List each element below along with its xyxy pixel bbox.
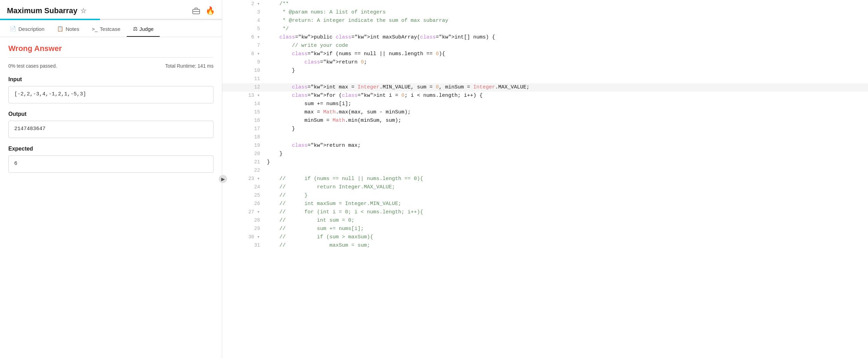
line-number: 16 xyxy=(222,117,264,125)
code-line-content: // } xyxy=(264,191,868,200)
output-label: Output xyxy=(8,111,214,117)
table-row: 31 // maxSum = sum; xyxy=(222,241,868,250)
test-cases-info: 0% test cases passed. Total Runtime: 141… xyxy=(8,63,214,69)
table-row: 6 ▾ class="kw">public class="kw">int max… xyxy=(222,33,868,42)
code-line-content: minSum = Math.min(minSum, sum); xyxy=(264,117,868,125)
testcase-icon: >_ xyxy=(92,26,98,32)
code-line-content: // if (sum > maxSum){ xyxy=(264,233,868,241)
table-row: 15 max = Math.max(max, sum - minSum); xyxy=(222,108,868,117)
tab-testcase-label: Testcase xyxy=(100,26,120,32)
test-cases-passed: 0% test cases passed. xyxy=(8,63,57,69)
code-line-content: // int sum = 0; xyxy=(264,216,868,225)
line-number: 27 ▾ xyxy=(222,208,264,216)
code-line-content: sum += nums[i]; xyxy=(264,100,868,108)
table-row: 18 xyxy=(222,133,868,142)
table-row: 23 ▾ // if (nums == null || nums.length … xyxy=(222,175,868,183)
judge-icon: ⚖ xyxy=(133,26,137,32)
table-row: 26 // int maxSum = Integer.MIN_VALUE; xyxy=(222,200,868,208)
tab-description[interactable]: 📄 Description xyxy=(3,22,51,37)
tab-testcase[interactable]: >_ Testcase xyxy=(85,22,126,37)
table-row: 20 } xyxy=(222,150,868,158)
line-number: 25 xyxy=(222,191,264,200)
code-line-content: class="kw">int max = Integer.MIN_VALUE, … xyxy=(264,83,868,92)
code-line-content xyxy=(264,75,868,83)
line-number: 10 xyxy=(222,67,264,75)
problem-title: Maximum Subarray ☆ xyxy=(7,6,86,15)
briefcase-icon[interactable] xyxy=(192,7,201,15)
code-line-content xyxy=(264,167,868,175)
progress-bar-container xyxy=(0,19,222,20)
line-number: 26 xyxy=(222,200,264,208)
line-number: 24 xyxy=(222,183,264,191)
line-number: 31 xyxy=(222,241,264,250)
code-line-content: /** xyxy=(264,0,868,8)
line-number: 9 xyxy=(222,58,264,67)
line-number: 19 xyxy=(222,142,264,150)
code-line-content: class="kw">public class="kw">int maxSubA… xyxy=(264,33,868,42)
line-number: 23 ▾ xyxy=(222,175,264,183)
table-row: 7 // write your code xyxy=(222,42,868,50)
code-line-content: } xyxy=(264,125,868,133)
code-line-content: class="kw">return max; xyxy=(264,142,868,150)
panel-collapse-arrow[interactable]: ▶ xyxy=(219,175,227,183)
line-number: 17 xyxy=(222,125,264,133)
code-line-content: } xyxy=(264,150,868,158)
line-number: 4 xyxy=(222,17,264,25)
code-editor[interactable]: 2 ▾ /**3 * @param nums: A list of intege… xyxy=(222,0,868,358)
expected-label: Expected xyxy=(8,146,214,152)
table-row: 13 ▾ class="kw">for (class="kw">int i = … xyxy=(222,92,868,100)
code-line-content: // if (nums == null || nums.length == 0)… xyxy=(264,175,868,183)
table-row: 27 ▾ // for (int i = 0; i < nums.length;… xyxy=(222,208,868,216)
tab-notes[interactable]: 📋 Notes xyxy=(51,22,85,37)
line-number: 15 xyxy=(222,108,264,117)
table-row: 2 ▾ /** xyxy=(222,0,868,8)
table-row: 14 sum += nums[i]; xyxy=(222,100,868,108)
tab-judge[interactable]: ⚖ Judge xyxy=(127,22,160,37)
table-row: 28 // int sum = 0; xyxy=(222,216,868,225)
line-number: 21 xyxy=(222,158,264,167)
line-number: 20 xyxy=(222,150,264,158)
code-line-content: // int maxSum = Integer.MIN_VALUE; xyxy=(264,200,868,208)
table-row: 11 xyxy=(222,75,868,83)
code-line-content: } xyxy=(264,158,868,167)
code-line-content: } xyxy=(264,67,868,75)
description-icon: 📄 xyxy=(10,26,16,32)
line-number: 28 xyxy=(222,216,264,225)
table-row: 9 class="kw">return 0; xyxy=(222,58,868,67)
line-number: 6 ▾ xyxy=(222,33,264,42)
line-number: 30 ▾ xyxy=(222,233,264,241)
table-row: 12 class="kw">int max = Integer.MIN_VALU… xyxy=(222,83,868,92)
notes-icon: 📋 xyxy=(57,26,64,32)
line-number: 22 xyxy=(222,167,264,175)
input-label: Input xyxy=(8,76,214,83)
flame-icon[interactable]: 🔥 xyxy=(206,6,215,15)
total-runtime: Total Runtime: 141 ms xyxy=(165,63,214,69)
code-line-content: // maxSum = sum; xyxy=(264,241,868,250)
code-line-content: * @return: A integer indicate the sum of… xyxy=(264,17,868,25)
input-value: [-2,2,-3,4,-1,2,1,-5,3] xyxy=(8,86,214,103)
judge-content: Wrong Answer 0% test cases passed. Total… xyxy=(0,37,222,358)
table-row: 5 */ xyxy=(222,25,868,33)
left-panel: Maximum Subarray ☆ 🔥 📄 Description 📋 Not… xyxy=(0,0,222,358)
right-panel: 2 ▾ /**3 * @param nums: A list of intege… xyxy=(222,0,868,358)
line-number: 5 xyxy=(222,25,264,33)
code-line-content: class="kw">for (class="kw">int i = 0; i … xyxy=(264,92,868,100)
table-row: 24 // return Integer.MAX_VALUE; xyxy=(222,183,868,191)
tabs: 📄 Description 📋 Notes >_ Testcase ⚖ Judg… xyxy=(0,22,222,37)
table-row: 16 minSum = Math.min(minSum, sum); xyxy=(222,117,868,125)
line-number: 13 ▾ xyxy=(222,92,264,100)
code-line-content: // write your code xyxy=(264,42,868,50)
line-number: 11 xyxy=(222,75,264,83)
problem-title-text: Maximum Subarray xyxy=(7,6,77,15)
progress-bar xyxy=(0,19,100,20)
table-row: 8 ▾ class="kw">if (nums == null || nums.… xyxy=(222,50,868,58)
line-number: 12 xyxy=(222,83,264,92)
table-row: 30 ▾ // if (sum > maxSum){ xyxy=(222,233,868,241)
line-number: 3 xyxy=(222,8,264,17)
table-row: 21} xyxy=(222,158,868,167)
expected-value: 6 xyxy=(8,155,214,173)
code-table: 2 ▾ /**3 * @param nums: A list of intege… xyxy=(222,0,868,250)
star-icon[interactable]: ☆ xyxy=(80,7,86,15)
output-value: 2147483647 xyxy=(8,121,214,138)
line-number: 8 ▾ xyxy=(222,50,264,58)
